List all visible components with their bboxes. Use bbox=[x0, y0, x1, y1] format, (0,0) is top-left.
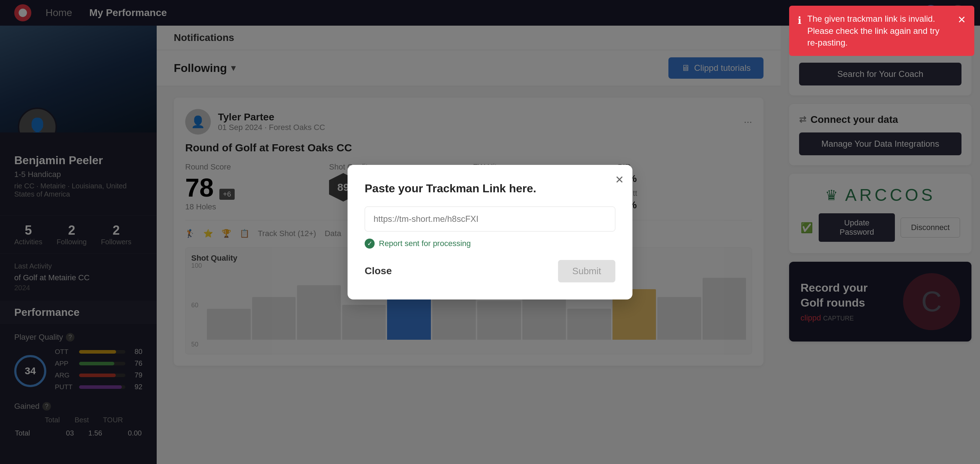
modal-overlay[interactable]: Paste your Trackman Link here. ✕ ✓ Repor… bbox=[0, 0, 980, 464]
trackman-link-input[interactable] bbox=[365, 207, 615, 232]
toast-close-button[interactable]: ✕ bbox=[952, 13, 966, 27]
modal-success-message: ✓ Report sent for processing bbox=[365, 238, 615, 249]
error-toast: ℹ The given trackman link is invalid. Pl… bbox=[789, 6, 974, 56]
modal-close-button[interactable]: Close bbox=[365, 265, 392, 277]
modal-title: Paste your Trackman Link here. bbox=[365, 182, 615, 195]
modal-footer: Close Submit bbox=[365, 260, 615, 282]
modal-submit-button[interactable]: Submit bbox=[558, 260, 615, 282]
trackman-modal: Paste your Trackman Link here. ✕ ✓ Repor… bbox=[348, 165, 632, 299]
toast-warning-icon: ℹ bbox=[798, 14, 802, 27]
modal-close-x-button[interactable]: ✕ bbox=[615, 173, 624, 186]
success-check-icon: ✓ bbox=[365, 238, 375, 249]
toast-message: The given trackman link is invalid. Plea… bbox=[807, 13, 946, 49]
